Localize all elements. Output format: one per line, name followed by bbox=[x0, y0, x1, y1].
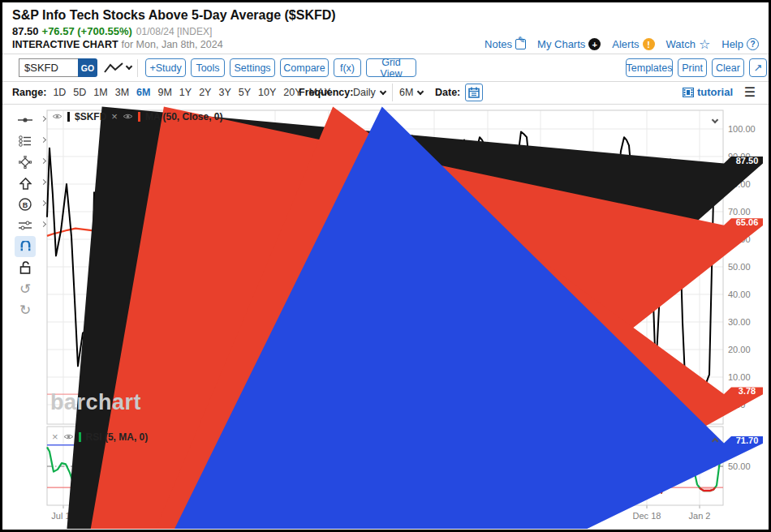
help-icon: ? bbox=[747, 38, 759, 50]
quote-meta: 01/08/24 [INDEX] bbox=[136, 26, 212, 37]
range-1d[interactable]: 1D bbox=[53, 87, 66, 98]
range-5d[interactable]: 5D bbox=[73, 87, 86, 98]
rsi-legend: × RSI (5, MA, 0) bbox=[52, 431, 148, 443]
range-3y[interactable]: 3Y bbox=[218, 87, 230, 98]
range-1y[interactable]: 1Y bbox=[179, 87, 192, 98]
last-price: 87.50 bbox=[12, 25, 39, 37]
range-5y[interactable]: 5Y bbox=[239, 87, 251, 98]
settings-button[interactable]: Settings bbox=[230, 58, 275, 77]
zoom-chevron-icon[interactable] bbox=[417, 88, 424, 95]
frequency-chevron-icon[interactable] bbox=[380, 88, 386, 95]
plus-icon: + bbox=[588, 38, 601, 50]
symbol-input[interactable] bbox=[19, 58, 78, 77]
clear-button[interactable]: Clear bbox=[712, 58, 744, 77]
price-change: +76.57 (+700.55%) bbox=[42, 25, 132, 37]
interactive-chart-row: INTERACTIVE CHARTfor Mon, Jan 8th, 2024 bbox=[12, 39, 223, 50]
redo-icon: ↻ bbox=[19, 302, 31, 319]
interactive-chart-label: INTERACTIVE CHART bbox=[12, 39, 118, 50]
app-frame: S&P Info Tech Stocks Above 5-Day Average… bbox=[0, 0, 771, 532]
unlock-icon bbox=[19, 261, 31, 274]
svg-text:10.00: 10.00 bbox=[728, 372, 751, 382]
quote-row: 87.50+76.57 (+700.55%)01/08/24 [INDEX] bbox=[12, 25, 212, 37]
go-button[interactable]: GO bbox=[78, 58, 97, 77]
undo-button[interactable]: ↺ bbox=[11, 278, 39, 299]
svg-text:3.78: 3.78 bbox=[739, 386, 756, 396]
zoom-select[interactable]: 6M bbox=[399, 87, 413, 98]
rsi-panel-collapse-button[interactable] bbox=[713, 432, 717, 447]
remove-ma-icon[interactable]: × bbox=[111, 110, 118, 122]
rsi-legend-label: RSI (5, MA, 0) bbox=[86, 431, 149, 443]
divider bbox=[2, 81, 769, 82]
adjust-button[interactable] bbox=[11, 215, 39, 236]
lock-button[interactable] bbox=[11, 257, 39, 278]
divider bbox=[137, 59, 138, 77]
range-label: Range: bbox=[12, 87, 46, 98]
compare-button[interactable]: Compare bbox=[280, 58, 329, 77]
chart-svg[interactable]: 100.0090.0080.0070.0060.0050.0040.0030.0… bbox=[45, 106, 767, 529]
ma-color-swatch bbox=[138, 112, 140, 122]
indicator-list-icon bbox=[19, 135, 32, 147]
main-panel-collapse-button[interactable] bbox=[713, 111, 717, 126]
main-legend: $SKFD × MA (50, Close, 0) bbox=[52, 110, 223, 122]
svg-text:20.00: 20.00 bbox=[728, 345, 751, 354]
frequency-label: Frequency: bbox=[299, 87, 353, 98]
header-links: Notes My Charts+ Alerts! Watch☆ Help? bbox=[485, 38, 759, 50]
study-button[interactable]: +Study bbox=[145, 58, 186, 77]
annotate-b-button[interactable]: B bbox=[11, 194, 39, 215]
svg-text:50.00: 50.00 bbox=[728, 262, 751, 272]
magnet-tool-button[interactable] bbox=[15, 236, 36, 257]
chart-type-chevron-icon[interactable] bbox=[126, 63, 132, 70]
remove-rsi-icon[interactable]: × bbox=[52, 431, 58, 443]
svg-text:100.00: 100.00 bbox=[728, 124, 756, 134]
drawing-toolbar: B ↺ ↻ bbox=[5, 109, 45, 320]
range-1m[interactable]: 1M bbox=[93, 87, 107, 98]
tutorial-link[interactable]: tutorial bbox=[683, 86, 733, 98]
my-charts-link[interactable]: My Charts+ bbox=[537, 38, 601, 50]
sliders-icon bbox=[19, 221, 32, 230]
range-6m-active[interactable]: 6M bbox=[136, 87, 150, 98]
range-3m[interactable]: 3M bbox=[115, 87, 129, 98]
menu-icon[interactable]: ☰ bbox=[744, 85, 756, 100]
indicators-button[interactable] bbox=[11, 131, 39, 152]
annotation-tool-button[interactable] bbox=[11, 109, 39, 131]
range-bar: Range: 1D 5D 1M 3M 6M 9M 1Y 2Y 3Y 5Y 10Y… bbox=[12, 84, 338, 101]
circled-b-icon: B bbox=[19, 198, 32, 211]
help-link[interactable]: Help? bbox=[721, 38, 759, 50]
svg-text:30.00: 30.00 bbox=[728, 317, 751, 327]
interactive-chart-sub: for Mon, Jan 8th, 2024 bbox=[122, 39, 223, 50]
eye-icon[interactable] bbox=[52, 113, 62, 120]
range-2y[interactable]: 2Y bbox=[199, 87, 211, 98]
arrow-tool-button[interactable] bbox=[11, 173, 39, 194]
tools-button[interactable]: Tools bbox=[191, 58, 225, 77]
shapes-button[interactable] bbox=[11, 152, 39, 173]
svg-text:87.50: 87.50 bbox=[736, 156, 759, 165]
chart-type-icon[interactable] bbox=[103, 62, 124, 75]
grid-view-button[interactable]: Grid View bbox=[366, 58, 416, 77]
range-9m[interactable]: 9M bbox=[157, 87, 171, 98]
divider bbox=[2, 104, 769, 105]
diamond-icon bbox=[19, 156, 32, 169]
chevron-up-icon bbox=[712, 438, 718, 444]
eye-icon[interactable] bbox=[123, 113, 133, 120]
alerts-link[interactable]: Alerts! bbox=[612, 38, 654, 50]
calendar-button[interactable] bbox=[465, 84, 483, 101]
expand-button[interactable]: ↗ bbox=[749, 58, 767, 77]
notes-link[interactable]: Notes bbox=[485, 38, 526, 50]
alert-icon: ! bbox=[643, 38, 655, 50]
svg-text:71.70: 71.70 bbox=[736, 435, 759, 445]
magnet-icon bbox=[19, 241, 32, 253]
barchart-watermark: barchart bbox=[50, 390, 141, 415]
watch-link[interactable]: Watch☆ bbox=[666, 38, 711, 50]
fx-button[interactable]: f(x) bbox=[334, 58, 361, 77]
calendar-icon bbox=[468, 87, 480, 98]
redo-button[interactable]: ↻ bbox=[11, 299, 39, 320]
eye-icon[interactable] bbox=[63, 433, 74, 440]
svg-text:Dec 18: Dec 18 bbox=[633, 511, 661, 521]
print-button[interactable]: Print bbox=[678, 58, 707, 77]
svg-text:40.00: 40.00 bbox=[728, 290, 751, 299]
svg-text:50.00: 50.00 bbox=[728, 461, 751, 471]
frequency-select[interactable]: Daily bbox=[353, 87, 376, 98]
templates-button[interactable]: Templates bbox=[626, 58, 673, 77]
range-10y[interactable]: 10Y bbox=[258, 87, 276, 98]
notes-icon bbox=[515, 39, 526, 49]
